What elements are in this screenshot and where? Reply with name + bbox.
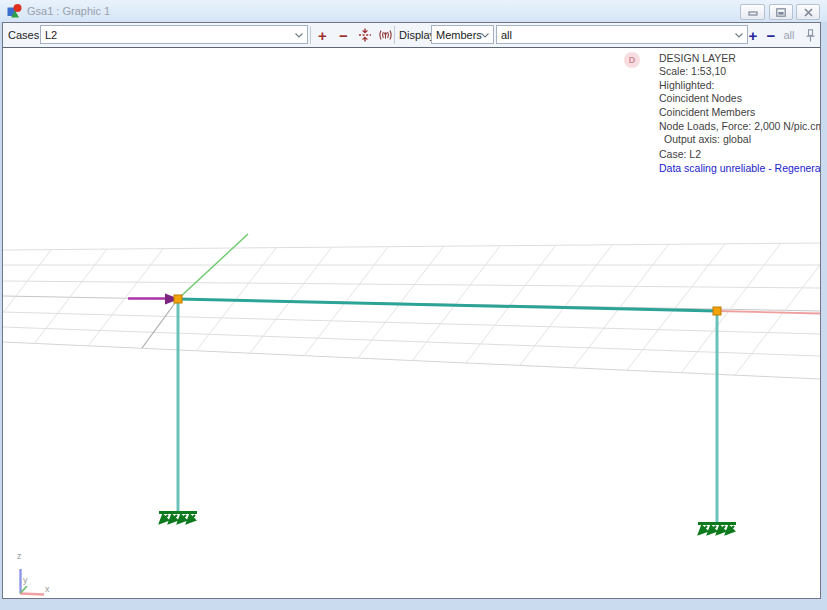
gsa-graphic-window: { "window": { "title": "Gsa1 : Graphic 1…: [0, 0, 827, 610]
titlebar[interactable]: Gsa1 : Graphic 1: [0, 0, 827, 22]
highlight-coincident-members: Coincident Members: [659, 106, 820, 119]
cases-combobox[interactable]: L2: [40, 25, 308, 44]
right-node[interactable]: [713, 307, 721, 315]
display-label: Display: [399, 29, 435, 41]
display-entity-value: Members: [436, 29, 482, 41]
view-info-panel: DESIGN LAYER Scale: 1:53,10 Highlighted:…: [659, 52, 820, 176]
minus-icon: −: [767, 27, 776, 44]
right-support-icon: [698, 524, 736, 535]
maximize-icon: [776, 8, 786, 17]
pushpin-icon: [805, 29, 816, 42]
left-support-icon: [159, 513, 197, 524]
chevron-down-icon: [481, 33, 489, 38]
close-icon: [804, 8, 813, 17]
axis-x-label: x: [45, 584, 50, 594]
design-layer-badge[interactable]: D: [624, 52, 640, 68]
node-load-arrow: [128, 294, 180, 305]
remove-display-button[interactable]: −: [763, 25, 779, 45]
plus-icon: +: [749, 27, 758, 44]
chevron-down-icon: [735, 33, 743, 38]
remove-case-button[interactable]: −: [333, 25, 354, 45]
axis-z-label: z: [17, 551, 22, 561]
grid-axis-green-line: [178, 234, 248, 299]
collapse-cases-button[interactable]: [354, 25, 375, 45]
beam-member[interactable]: [178, 299, 717, 311]
minimize-button[interactable]: [740, 4, 765, 20]
entity-filter-value: all: [501, 29, 512, 41]
left-node[interactable]: [174, 295, 182, 303]
layer-name: DESIGN LAYER: [659, 52, 820, 65]
highlight-coincident-nodes: Coincident Nodes: [659, 92, 820, 105]
plus-icon: +: [318, 27, 327, 44]
display-all-button[interactable]: all: [780, 25, 798, 45]
node-loads-readout: Node Loads, Force: 2,000 N/pic.cm: [659, 120, 820, 133]
add-display-button[interactable]: +: [745, 25, 761, 45]
maximize-button[interactable]: [769, 4, 793, 20]
all-label: all: [783, 29, 794, 41]
pin-toolbar-button[interactable]: [802, 25, 818, 45]
chevron-down-icon: [295, 33, 303, 38]
display-entity-combobox[interactable]: Members: [431, 25, 494, 44]
add-case-button[interactable]: +: [312, 25, 333, 45]
gsa-logo-icon: [7, 4, 23, 19]
axis-y-label: y: [23, 575, 28, 585]
minus-icon: −: [339, 27, 348, 44]
cases-label: Cases: [8, 29, 39, 41]
collapse-to-line-icon: [358, 28, 372, 42]
window-title: Gsa1 : Graphic 1: [27, 5, 110, 17]
toolbar-separator: [310, 26, 311, 44]
minimize-icon: [748, 8, 758, 17]
toolbar-separator: [394, 26, 395, 44]
output-axis-readout: Output axis: global: [659, 133, 820, 146]
red-member-line[interactable]: [717, 311, 820, 314]
model-viewport[interactable]: z y x D DESIGN LAYER Scale: 1:53,10 High…: [3, 48, 820, 598]
scale-readout: Scale: 1:53,10: [659, 65, 820, 78]
graphic-toolbar: Cases L2 + −: [3, 23, 820, 48]
close-button[interactable]: [796, 4, 820, 20]
cases-combobox-value: L2: [45, 29, 57, 41]
case-readout: Case: L2: [659, 148, 820, 161]
entity-filter-combobox[interactable]: all: [496, 25, 748, 44]
data-scaling-warning[interactable]: Data scaling unreliable - Regenerate (F5…: [659, 162, 820, 175]
highlighted-heading: Highlighted:: [659, 79, 820, 92]
animate-icon: [378, 29, 393, 42]
frame-members[interactable]: [178, 299, 717, 523]
client-area: Cases L2 + −: [2, 22, 821, 599]
animate-cases-button[interactable]: [375, 25, 396, 45]
